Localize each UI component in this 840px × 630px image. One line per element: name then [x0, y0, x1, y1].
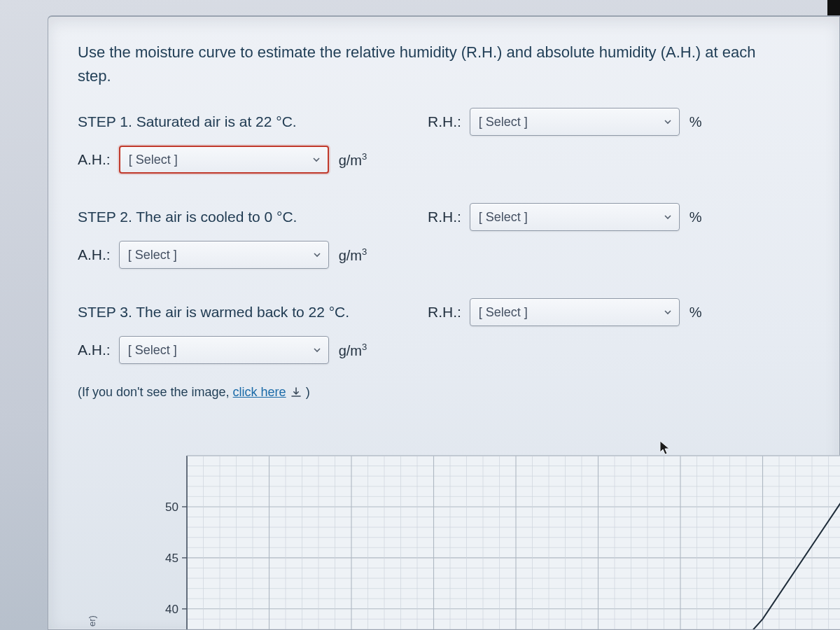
download-icon	[290, 385, 306, 399]
step-1-title: STEP 1. Saturated air is at 22 °C.	[78, 113, 400, 130]
chevron-down-icon	[664, 213, 672, 221]
select-placeholder: [ Select ]	[128, 248, 177, 262]
svg-text:45: 45	[165, 552, 178, 565]
chevron-down-icon	[664, 308, 672, 316]
rh-unit: %	[690, 304, 702, 321]
step-1-rh-group: R.H.: [ Select ] %	[428, 108, 702, 136]
ah-label: A.H.:	[78, 246, 111, 263]
select-placeholder: [ Select ]	[479, 210, 528, 225]
step-2-rh-group: R.H.: [ Select ] %	[428, 203, 702, 231]
rh-label: R.H.:	[428, 304, 461, 321]
step-1-rh-select[interactable]: [ Select ]	[470, 108, 680, 136]
svg-rect-0	[187, 456, 840, 629]
ah-label: A.H.:	[78, 151, 111, 168]
step-2-rh-select[interactable]: [ Select ]	[470, 203, 680, 231]
image-hint: (If you don't see the image, click here …	[78, 385, 810, 400]
chevron-down-icon	[312, 155, 321, 164]
step-1-ah-row: A.H.: [ Select ] g/m3	[78, 146, 810, 174]
svg-text:40: 40	[165, 603, 178, 616]
ah-unit: g/m3	[339, 246, 368, 264]
select-placeholder: [ Select ]	[128, 343, 177, 358]
step-2-ah-row: A.H.: [ Select ] g/m3	[78, 241, 810, 269]
rh-label: R.H.:	[428, 113, 461, 130]
y-axis-label-fragment: er)	[87, 615, 97, 626]
rh-label: R.H.:	[428, 209, 461, 225]
step-1-row: STEP 1. Saturated air is at 22 °C. R.H.:…	[78, 108, 810, 136]
step-3-ah-select[interactable]: [ Select ]	[119, 336, 329, 364]
ah-unit: g/m3	[339, 342, 368, 359]
ah-label: A.H.:	[78, 342, 111, 358]
rh-unit: %	[690, 114, 702, 130]
click-here-link[interactable]: click here	[233, 385, 286, 399]
select-placeholder: [ Select ]	[129, 153, 178, 167]
step-2-ah-select[interactable]: [ Select ]	[119, 241, 329, 269]
step-2-title: STEP 2. The air is cooled to 0 °C.	[78, 209, 400, 225]
step-2-row: STEP 2. The air is cooled to 0 °C. R.H.:…	[78, 203, 810, 231]
step-3-ah-row: A.H.: [ Select ] g/m3	[78, 336, 810, 364]
select-placeholder: [ Select ]	[479, 115, 528, 130]
select-placeholder: [ Select ]	[479, 305, 528, 320]
step-3-rh-select[interactable]: [ Select ]	[470, 298, 680, 326]
step-3-row: STEP 3. The air is warmed back to 22 °C.…	[78, 298, 810, 326]
question-card: Use the moisture curve to estimate the r…	[48, 15, 840, 630]
step-1-ah-select[interactable]: [ Select ]	[119, 146, 329, 174]
rh-unit: %	[690, 209, 702, 225]
step-3-rh-group: R.H.: [ Select ] %	[428, 298, 702, 326]
svg-text:50: 50	[165, 500, 178, 514]
chevron-down-icon	[313, 346, 321, 354]
moisture-curve-chart: 404550	[145, 447, 839, 629]
ah-unit: g/m3	[339, 151, 368, 169]
chevron-down-icon	[313, 251, 321, 259]
step-3-title: STEP 3. The air is warmed back to 22 °C.	[78, 304, 400, 321]
chevron-down-icon	[664, 118, 672, 126]
question-intro: Use the moisture curve to estimate the r…	[78, 41, 771, 88]
chart-svg: 404550	[145, 447, 840, 629]
